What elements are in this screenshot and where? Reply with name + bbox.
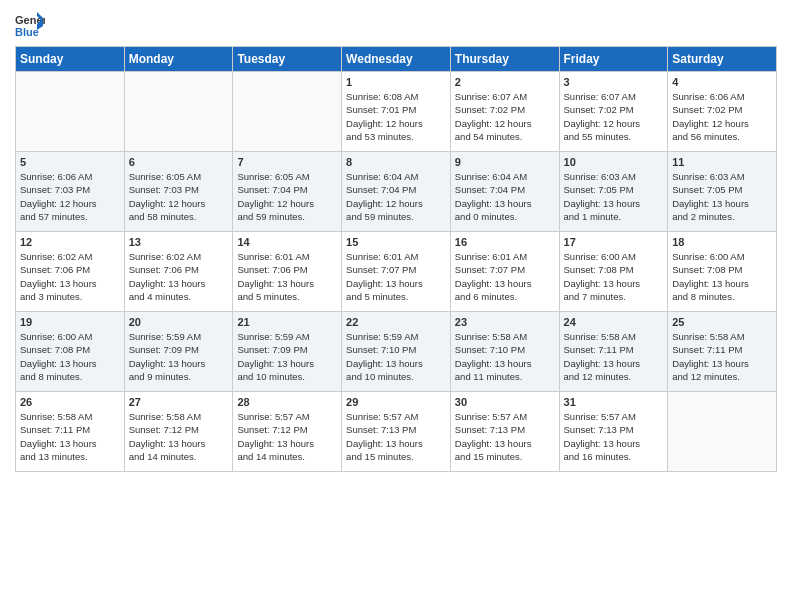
- day-info: Sunrise: 6:02 AM Sunset: 7:06 PM Dayligh…: [129, 250, 229, 303]
- day-number: 10: [564, 156, 664, 168]
- calendar-cell: 5Sunrise: 6:06 AM Sunset: 7:03 PM Daylig…: [16, 152, 125, 232]
- calendar-cell: 28Sunrise: 5:57 AM Sunset: 7:12 PM Dayli…: [233, 392, 342, 472]
- day-header-tuesday: Tuesday: [233, 47, 342, 72]
- calendar-week-row: 19Sunrise: 6:00 AM Sunset: 7:08 PM Dayli…: [16, 312, 777, 392]
- calendar-week-row: 5Sunrise: 6:06 AM Sunset: 7:03 PM Daylig…: [16, 152, 777, 232]
- calendar-cell: 24Sunrise: 5:58 AM Sunset: 7:11 PM Dayli…: [559, 312, 668, 392]
- calendar-cell: 16Sunrise: 6:01 AM Sunset: 7:07 PM Dayli…: [450, 232, 559, 312]
- day-number: 20: [129, 316, 229, 328]
- day-info: Sunrise: 6:05 AM Sunset: 7:04 PM Dayligh…: [237, 170, 337, 223]
- day-number: 21: [237, 316, 337, 328]
- day-number: 24: [564, 316, 664, 328]
- day-number: 7: [237, 156, 337, 168]
- logo-icon: General Blue: [15, 10, 45, 38]
- day-number: 8: [346, 156, 446, 168]
- calendar-cell: 25Sunrise: 5:58 AM Sunset: 7:11 PM Dayli…: [668, 312, 777, 392]
- calendar-cell: 10Sunrise: 6:03 AM Sunset: 7:05 PM Dayli…: [559, 152, 668, 232]
- day-number: 6: [129, 156, 229, 168]
- day-info: Sunrise: 5:58 AM Sunset: 7:11 PM Dayligh…: [672, 330, 772, 383]
- calendar-cell: 29Sunrise: 5:57 AM Sunset: 7:13 PM Dayli…: [342, 392, 451, 472]
- day-number: 31: [564, 396, 664, 408]
- calendar-week-row: 12Sunrise: 6:02 AM Sunset: 7:06 PM Dayli…: [16, 232, 777, 312]
- day-info: Sunrise: 5:57 AM Sunset: 7:13 PM Dayligh…: [564, 410, 664, 463]
- day-header-saturday: Saturday: [668, 47, 777, 72]
- day-info: Sunrise: 6:01 AM Sunset: 7:07 PM Dayligh…: [346, 250, 446, 303]
- day-info: Sunrise: 5:58 AM Sunset: 7:11 PM Dayligh…: [564, 330, 664, 383]
- day-info: Sunrise: 5:59 AM Sunset: 7:10 PM Dayligh…: [346, 330, 446, 383]
- calendar-cell: 20Sunrise: 5:59 AM Sunset: 7:09 PM Dayli…: [124, 312, 233, 392]
- day-header-sunday: Sunday: [16, 47, 125, 72]
- calendar-cell: 22Sunrise: 5:59 AM Sunset: 7:10 PM Dayli…: [342, 312, 451, 392]
- calendar-cell: 23Sunrise: 5:58 AM Sunset: 7:10 PM Dayli…: [450, 312, 559, 392]
- calendar-cell: 21Sunrise: 5:59 AM Sunset: 7:09 PM Dayli…: [233, 312, 342, 392]
- day-info: Sunrise: 6:06 AM Sunset: 7:03 PM Dayligh…: [20, 170, 120, 223]
- day-number: 3: [564, 76, 664, 88]
- days-header-row: SundayMondayTuesdayWednesdayThursdayFrid…: [16, 47, 777, 72]
- calendar-cell: 17Sunrise: 6:00 AM Sunset: 7:08 PM Dayli…: [559, 232, 668, 312]
- day-number: 23: [455, 316, 555, 328]
- calendar-cell: [233, 72, 342, 152]
- day-info: Sunrise: 6:01 AM Sunset: 7:06 PM Dayligh…: [237, 250, 337, 303]
- calendar-cell: 11Sunrise: 6:03 AM Sunset: 7:05 PM Dayli…: [668, 152, 777, 232]
- calendar-cell: 3Sunrise: 6:07 AM Sunset: 7:02 PM Daylig…: [559, 72, 668, 152]
- calendar-cell: 2Sunrise: 6:07 AM Sunset: 7:02 PM Daylig…: [450, 72, 559, 152]
- day-number: 19: [20, 316, 120, 328]
- day-info: Sunrise: 5:58 AM Sunset: 7:12 PM Dayligh…: [129, 410, 229, 463]
- day-info: Sunrise: 6:03 AM Sunset: 7:05 PM Dayligh…: [672, 170, 772, 223]
- calendar-cell: 30Sunrise: 5:57 AM Sunset: 7:13 PM Dayli…: [450, 392, 559, 472]
- day-info: Sunrise: 5:59 AM Sunset: 7:09 PM Dayligh…: [129, 330, 229, 383]
- calendar-cell: [16, 72, 125, 152]
- day-number: 28: [237, 396, 337, 408]
- day-number: 2: [455, 76, 555, 88]
- day-number: 22: [346, 316, 446, 328]
- day-number: 14: [237, 236, 337, 248]
- day-number: 1: [346, 76, 446, 88]
- day-number: 17: [564, 236, 664, 248]
- calendar-cell: 1Sunrise: 6:08 AM Sunset: 7:01 PM Daylig…: [342, 72, 451, 152]
- day-number: 13: [129, 236, 229, 248]
- day-info: Sunrise: 6:07 AM Sunset: 7:02 PM Dayligh…: [455, 90, 555, 143]
- logo: General Blue: [15, 10, 49, 38]
- calendar-cell: 18Sunrise: 6:00 AM Sunset: 7:08 PM Dayli…: [668, 232, 777, 312]
- calendar-table: SundayMondayTuesdayWednesdayThursdayFrid…: [15, 46, 777, 472]
- day-info: Sunrise: 6:03 AM Sunset: 7:05 PM Dayligh…: [564, 170, 664, 223]
- day-number: 18: [672, 236, 772, 248]
- header: General Blue: [15, 10, 777, 38]
- day-number: 26: [20, 396, 120, 408]
- calendar-cell: 26Sunrise: 5:58 AM Sunset: 7:11 PM Dayli…: [16, 392, 125, 472]
- day-number: 25: [672, 316, 772, 328]
- calendar-cell: 6Sunrise: 6:05 AM Sunset: 7:03 PM Daylig…: [124, 152, 233, 232]
- calendar-cell: 8Sunrise: 6:04 AM Sunset: 7:04 PM Daylig…: [342, 152, 451, 232]
- day-info: Sunrise: 6:06 AM Sunset: 7:02 PM Dayligh…: [672, 90, 772, 143]
- calendar-week-row: 1Sunrise: 6:08 AM Sunset: 7:01 PM Daylig…: [16, 72, 777, 152]
- day-number: 11: [672, 156, 772, 168]
- calendar-week-row: 26Sunrise: 5:58 AM Sunset: 7:11 PM Dayli…: [16, 392, 777, 472]
- day-info: Sunrise: 6:02 AM Sunset: 7:06 PM Dayligh…: [20, 250, 120, 303]
- calendar-cell: 15Sunrise: 6:01 AM Sunset: 7:07 PM Dayli…: [342, 232, 451, 312]
- day-number: 9: [455, 156, 555, 168]
- calendar-cell: 4Sunrise: 6:06 AM Sunset: 7:02 PM Daylig…: [668, 72, 777, 152]
- day-info: Sunrise: 6:04 AM Sunset: 7:04 PM Dayligh…: [455, 170, 555, 223]
- calendar-cell: 31Sunrise: 5:57 AM Sunset: 7:13 PM Dayli…: [559, 392, 668, 472]
- day-number: 16: [455, 236, 555, 248]
- day-info: Sunrise: 6:00 AM Sunset: 7:08 PM Dayligh…: [564, 250, 664, 303]
- calendar-cell: 13Sunrise: 6:02 AM Sunset: 7:06 PM Dayli…: [124, 232, 233, 312]
- day-info: Sunrise: 5:59 AM Sunset: 7:09 PM Dayligh…: [237, 330, 337, 383]
- calendar-cell: 14Sunrise: 6:01 AM Sunset: 7:06 PM Dayli…: [233, 232, 342, 312]
- calendar-cell: 7Sunrise: 6:05 AM Sunset: 7:04 PM Daylig…: [233, 152, 342, 232]
- calendar-cell: [124, 72, 233, 152]
- day-info: Sunrise: 6:07 AM Sunset: 7:02 PM Dayligh…: [564, 90, 664, 143]
- day-info: Sunrise: 6:01 AM Sunset: 7:07 PM Dayligh…: [455, 250, 555, 303]
- day-header-monday: Monday: [124, 47, 233, 72]
- day-info: Sunrise: 5:57 AM Sunset: 7:12 PM Dayligh…: [237, 410, 337, 463]
- day-number: 27: [129, 396, 229, 408]
- day-info: Sunrise: 6:00 AM Sunset: 7:08 PM Dayligh…: [20, 330, 120, 383]
- day-info: Sunrise: 6:08 AM Sunset: 7:01 PM Dayligh…: [346, 90, 446, 143]
- day-header-thursday: Thursday: [450, 47, 559, 72]
- svg-text:Blue: Blue: [15, 26, 39, 38]
- day-info: Sunrise: 6:05 AM Sunset: 7:03 PM Dayligh…: [129, 170, 229, 223]
- day-number: 4: [672, 76, 772, 88]
- day-number: 29: [346, 396, 446, 408]
- day-number: 12: [20, 236, 120, 248]
- day-info: Sunrise: 5:57 AM Sunset: 7:13 PM Dayligh…: [455, 410, 555, 463]
